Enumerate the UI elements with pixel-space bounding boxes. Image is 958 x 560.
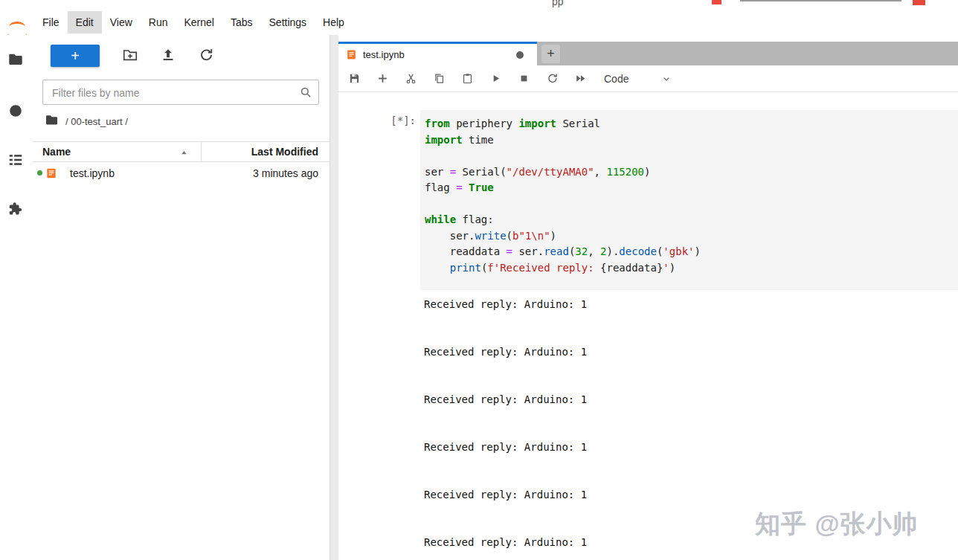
- code-line[interactable]: import time: [425, 132, 958, 149]
- code-line[interactable]: [425, 148, 958, 164]
- file-list-header: Name Last Modified: [33, 141, 329, 162]
- code-line[interactable]: [425, 196, 958, 213]
- output-line: Received reply: Arduino: 1: [424, 298, 952, 311]
- run-all-icon[interactable]: [574, 72, 587, 85]
- add-cell-icon[interactable]: [376, 72, 389, 85]
- panel-splitter[interactable]: [329, 35, 338, 560]
- column-header-name[interactable]: Name: [42, 146, 71, 158]
- caret-up-icon: [179, 148, 189, 158]
- folder-icon[interactable]: [45, 113, 59, 127]
- file-browser-toolbar: [122, 47, 214, 63]
- filter-files-box: [42, 80, 319, 105]
- tab-label: test.ipynb: [363, 49, 405, 60]
- cell-type-dropdown[interactable]: Code: [604, 73, 629, 85]
- notebook-icon: [45, 167, 57, 179]
- file-name: test.ipynb: [70, 167, 115, 179]
- new-launcher-button[interactable]: +: [51, 45, 100, 67]
- browser-artifact-red-mark: [913, 0, 925, 5]
- menu-settings[interactable]: Settings: [261, 11, 315, 33]
- kernel-running-dot: [37, 170, 42, 176]
- chevron-down-icon[interactable]: [660, 73, 672, 85]
- cell-execution-prompt: [*]:: [382, 115, 416, 126]
- code-line[interactable]: flag = True: [425, 180, 958, 196]
- output-line: Received reply: Arduino: 1: [424, 489, 952, 501]
- code-line[interactable]: readdata = ser.read(32, 2).decode('gbk'): [425, 244, 958, 260]
- code-line[interactable]: while flag:: [425, 212, 958, 228]
- stop-icon[interactable]: [518, 72, 530, 85]
- notebook-toolbar: Code: [338, 65, 958, 92]
- table-of-contents-icon[interactable]: [7, 152, 24, 168]
- menu-kernel[interactable]: Kernel: [176, 11, 222, 33]
- menu-bar: FileEditViewRunKernelTabsSettingsHelp: [0, 9, 958, 35]
- column-header-modified[interactable]: Last Modified: [251, 146, 318, 158]
- output-line: Received reply: Arduino: 1: [424, 441, 952, 454]
- folder-icon[interactable]: [7, 51, 24, 68]
- code-line[interactable]: from periphery import Serial: [425, 116, 958, 132]
- upload-icon[interactable]: [160, 47, 176, 63]
- browser-artifact-red-mark: [712, 0, 721, 4]
- code-line[interactable]: print(f'Received reply: {readdata}'): [425, 260, 958, 277]
- menu-tabs[interactable]: Tabs: [222, 11, 261, 33]
- run-icon[interactable]: [489, 72, 502, 85]
- activity-bar: [0, 35, 33, 560]
- cut-icon[interactable]: [405, 72, 417, 85]
- restart-icon[interactable]: [546, 72, 559, 85]
- filter-files-input[interactable]: [51, 81, 295, 105]
- file-row[interactable]: test.ipynb3 minutes ago: [33, 162, 329, 184]
- menu-view[interactable]: View: [102, 11, 141, 33]
- search-icon: [299, 86, 312, 99]
- refresh-icon[interactable]: [198, 47, 214, 63]
- extensions-puzzle-icon[interactable]: [7, 201, 24, 217]
- column-divider: [201, 142, 202, 161]
- notebook-icon: [346, 49, 357, 60]
- new-folder-icon[interactable]: [122, 47, 138, 63]
- paste-icon[interactable]: [461, 72, 474, 85]
- file-modified: 3 minutes ago: [253, 167, 318, 179]
- output-line: Received reply: Arduino: 1: [424, 393, 952, 406]
- browser-artifact-line: [740, 0, 901, 1]
- file-list: test.ipynb3 minutes ago: [33, 162, 329, 184]
- tab-test-ipynb[interactable]: test.ipynb: [338, 42, 537, 65]
- code-line[interactable]: ser = Serial("/dev/ttyAMA0", 115200): [425, 164, 958, 181]
- save-icon[interactable]: [348, 72, 361, 85]
- dock-tab-bar: test.ipynb +: [338, 42, 958, 65]
- new-tab-button[interactable]: +: [541, 45, 560, 63]
- file-browser-panel: + / 00-test_uart / Name Last Modified te…: [33, 35, 329, 560]
- breadcrumb: / 00-test_uart /: [45, 112, 128, 130]
- running-kernels-icon[interactable]: [7, 103, 24, 119]
- code-cell-editor[interactable]: from periphery import Serialimport time …: [420, 110, 958, 290]
- copy-icon[interactable]: [433, 72, 446, 85]
- menu-file[interactable]: File: [34, 11, 68, 33]
- jupyterlab-window: pp FileEditViewRunKernelTabsSettingsHelp…: [0, 0, 958, 560]
- main-menu: FileEditViewRunKernelTabsSettingsHelp: [34, 11, 353, 33]
- breadcrumb-path[interactable]: / 00-test_uart /: [65, 116, 128, 127]
- menu-run[interactable]: Run: [141, 11, 176, 33]
- browser-artifact-text: pp: [552, 0, 564, 7]
- code-line[interactable]: ser.write(b"1\n"): [425, 228, 958, 245]
- output-line: Received reply: Arduino: 1: [424, 346, 952, 358]
- unsaved-indicator-dot[interactable]: [516, 51, 524, 59]
- watermark-text: 知乎 @张小帅: [755, 507, 919, 541]
- menu-help[interactable]: Help: [315, 11, 353, 33]
- menu-edit[interactable]: Edit: [68, 11, 102, 33]
- main-dock: test.ipynb + Code [*]: from periphery im…: [338, 35, 958, 560]
- notebook-area: [*]: from periphery import Serialimport …: [338, 92, 958, 560]
